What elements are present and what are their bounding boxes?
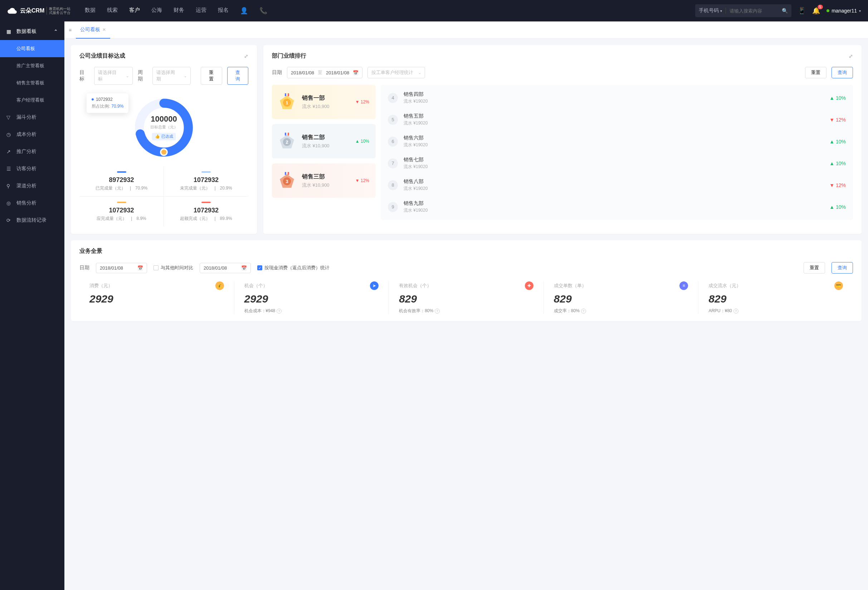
topnav-item[interactable]: 线索 <box>107 7 118 15</box>
svg-text:3: 3 <box>285 179 288 184</box>
sidebar-sub-item[interactable]: 客户经理看板 <box>0 91 64 109</box>
query-button[interactable]: 查询 <box>227 67 248 85</box>
calendar-icon: 📅 <box>137 265 143 271</box>
rank-list-item: 6销售六部流水 ¥19020▲ 10% <box>381 131 853 152</box>
rank-list-item: 5销售五部流水 ¥19020▼ 12% <box>381 109 853 131</box>
topbar: 云朵CRM 教育机构一站式服务云平台 数据线索客户公海财务运营报名👤📞 手机号码… <box>0 0 868 21</box>
goal-total: 100000 <box>150 115 178 124</box>
medal-icon: 1 <box>278 93 295 110</box>
topnav-icon[interactable]: 📞 <box>260 7 267 15</box>
menu-icon: ▽ <box>6 115 12 120</box>
kpi-card: 机会（个）➤2929机会成本：¥948? <box>234 281 389 314</box>
help-icon[interactable]: ? <box>435 309 440 313</box>
help-icon[interactable]: ? <box>734 309 738 313</box>
reset-button[interactable]: 重置 <box>805 67 827 78</box>
topnav-item[interactable]: 客户 <box>129 7 140 15</box>
chevron-down-icon: ⌄ <box>126 74 129 78</box>
help-icon[interactable]: ? <box>276 309 282 313</box>
phone-icon[interactable]: 📱 <box>798 7 806 15</box>
query-button[interactable]: 查询 <box>831 262 853 274</box>
search-box[interactable]: 手机号码▾ 🔍 <box>695 4 791 17</box>
brand-sub: 教育机构一站式服务云平台 <box>47 7 71 15</box>
notif-badge: 5 <box>818 4 823 9</box>
query-button[interactable]: 查询 <box>831 67 853 78</box>
topnav-item[interactable]: 财务 <box>174 7 184 15</box>
topnav-item[interactable]: 运营 <box>196 7 207 15</box>
sidebar-head-dashboard[interactable]: ▦数据看板 ⌃ <box>0 23 64 40</box>
kpi-icon: ✚ <box>525 281 533 290</box>
reset-button[interactable]: 重置 <box>201 67 222 85</box>
sidebar-item[interactable]: ↗推广分析 <box>0 143 64 160</box>
search-input[interactable] <box>729 8 779 13</box>
user-menu[interactable]: manager11 ▾ <box>827 8 861 13</box>
kpi-icon: 💰 <box>216 281 224 290</box>
chart-tooltip: 1072932 所占比例:70.9% <box>87 93 128 113</box>
compare-checkbox[interactable]: 与其他时间对比 <box>154 265 193 271</box>
trend-indicator: ▲ 10% <box>830 160 846 166</box>
goal-total-label: 目标总量（元） <box>150 124 178 130</box>
tab-company-board[interactable]: 公司看板✕ <box>76 21 110 38</box>
username: manager11 <box>831 8 857 13</box>
sidebar-item[interactable]: ▽漏斗分析 <box>0 109 64 126</box>
calendar-icon: 📅 <box>241 265 247 271</box>
reset-button[interactable]: 重置 <box>804 262 825 274</box>
trend-indicator: ▲ 10% <box>355 139 369 144</box>
date-input-1[interactable]: 2018/01/08📅 <box>96 263 147 273</box>
bell-icon[interactable]: 🔔5 <box>812 7 820 15</box>
topnav-icon[interactable]: 👤 <box>240 7 248 15</box>
trend-indicator: ▼ 12% <box>355 178 369 183</box>
rank-list-item: 7销售七部流水 ¥19020▲ 10% <box>381 152 853 174</box>
sidebar-item[interactable]: ◎销售分析 <box>0 194 64 212</box>
sidebar-sub-item[interactable]: 销售主管看板 <box>0 74 64 91</box>
svg-rect-6 <box>285 93 286 96</box>
menu-icon: ↗ <box>6 149 12 154</box>
dashboard-icon: ▦ <box>6 29 12 34</box>
select-period[interactable]: 请选择周期⌄ <box>152 67 191 85</box>
kpi-icon: ➤ <box>370 281 379 290</box>
label-target: 目标 <box>80 69 89 82</box>
topnav-item[interactable]: 公海 <box>151 7 162 15</box>
select-target[interactable]: 请选择目标⌄ <box>94 67 132 85</box>
topnav-item[interactable]: 报名 <box>218 7 229 15</box>
menu-icon: ⟳ <box>6 218 12 223</box>
topnav-item[interactable]: 数据 <box>85 7 96 15</box>
rank-list-item: 9销售九部流水 ¥19020▲ 10% <box>381 196 853 218</box>
select-stat-by[interactable]: 按工单客户经理统计⌄ <box>368 67 425 78</box>
label-date: 日期 <box>272 69 282 76</box>
cash-stat-checkbox[interactable]: ✓按现金消费（返点后消费）统计 <box>257 265 329 271</box>
close-icon[interactable]: ✕ <box>102 27 106 32</box>
chevron-down-icon: ▾ <box>720 9 722 13</box>
sidebar-item[interactable]: ☰访客分析 <box>0 160 64 177</box>
date-input-2[interactable]: 2018/01/08📅 <box>200 263 251 273</box>
rank-title: 部门业绩排行 <box>272 52 306 60</box>
rank-top-row: 2销售二部流水 ¥10,900▲ 10% <box>272 124 376 158</box>
kpi-icon: ≡ <box>679 281 688 290</box>
goal-stat: 8972932已完成量（元） | 70.9% <box>80 166 164 197</box>
menu-icon: ◎ <box>6 200 12 206</box>
medal-icon: 2 <box>278 132 295 150</box>
goal-title: 公司业绩目标达成 <box>80 52 125 60</box>
kpi-icon: 💳 <box>834 281 843 290</box>
expand-icon[interactable]: ⤢ <box>244 53 248 59</box>
sidebar-item[interactable]: ⟳数据流转记录 <box>0 212 64 229</box>
collapse-icon[interactable]: ≡ <box>69 27 72 33</box>
expand-icon[interactable]: ⤢ <box>849 53 853 59</box>
sidebar-sub-item[interactable]: 公司看板 <box>0 40 64 57</box>
status-dot <box>827 9 830 12</box>
rank-list-item: 8销售八部流水 ¥19020▼ 12% <box>381 174 853 196</box>
svg-rect-16 <box>285 172 286 175</box>
label-date: 日期 <box>80 265 89 271</box>
calendar-icon: 📅 <box>353 70 359 75</box>
search-icon[interactable]: 🔍 <box>782 8 788 13</box>
sidebar-item[interactable]: ⚲渠道分析 <box>0 177 64 194</box>
sidebar-sub-item[interactable]: 推广主管看板 <box>0 57 64 74</box>
trend-indicator: ▲ 10% <box>830 204 846 210</box>
search-type[interactable]: 手机号码▾ <box>699 7 726 14</box>
status-badge: 👍已达成 <box>152 132 176 140</box>
brand-name: 云朵CRM <box>20 7 44 15</box>
thumb-up-icon: 👍 <box>155 134 160 139</box>
date-range[interactable]: 2018/01/08至2018/01/08📅 <box>287 67 362 78</box>
sidebar-item[interactable]: ◷成本分析 <box>0 126 64 143</box>
help-icon[interactable]: ? <box>581 309 586 313</box>
logo: 云朵CRM 教育机构一站式服务云平台 <box>7 6 71 16</box>
